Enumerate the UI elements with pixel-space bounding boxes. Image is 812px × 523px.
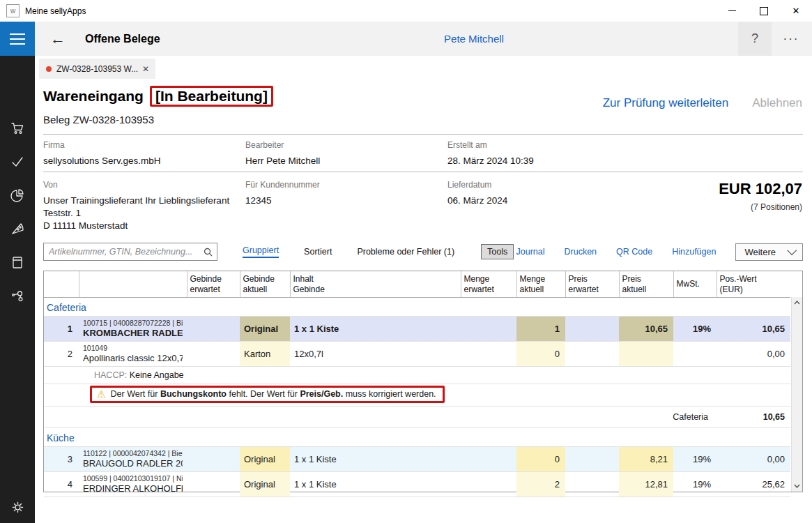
gebinde-aktuell-cell[interactable]: Original <box>240 447 290 472</box>
total-amount: EUR 102,07 <box>719 180 802 198</box>
menge-aktuell-cell[interactable]: 2 <box>516 472 565 497</box>
gebinde-erwartet-cell <box>187 317 240 342</box>
table-row[interactable]: 1100715 | 04008287072228 | Bier...KROMBA… <box>44 317 790 342</box>
forward-review-link[interactable]: Zur Prüfung weiterleiten <box>603 96 728 110</box>
column-header: Menge erwartet <box>461 271 516 298</box>
tools-button[interactable]: Tools <box>481 244 514 259</box>
status-badge: [In Bearbeitung] <box>150 86 273 107</box>
maximize-button[interactable] <box>748 0 780 22</box>
pos-wert-cell: 0,00 <box>717 342 790 367</box>
cart-icon[interactable] <box>0 112 35 145</box>
pos-wert-cell: 10,65 <box>717 317 790 342</box>
window-title: Meine sellyApps <box>25 6 86 16</box>
preis-aktuell-cell[interactable]: 12,81 <box>619 472 673 497</box>
preis-aktuell-cell[interactable]: 8,21 <box>619 447 673 472</box>
qr-code-link[interactable]: QR Code <box>616 247 652 257</box>
add-link[interactable]: Hinzufügen <box>672 247 716 257</box>
scroll-up-icon[interactable] <box>792 297 802 308</box>
journal-link[interactable]: Journal <box>516 247 545 257</box>
haccp-note: HACCP: Keine Angabe <box>79 367 790 384</box>
subtotal-label: Cafeteria <box>44 407 717 428</box>
preis-aktuell-cell[interactable] <box>619 342 673 367</box>
app-header: ← Offene Belege Pete Mitchell ? ··· <box>35 22 812 56</box>
column-header: Menge aktuell <box>516 271 565 298</box>
group-subtotal-row: Cafeteria10,65 <box>44 407 790 428</box>
inhalt-cell: 1 x 1 Kiste <box>290 447 461 472</box>
checkmark-icon[interactable] <box>0 145 35 179</box>
help-button[interactable]: ? <box>738 22 772 56</box>
mwst-cell: 19% <box>673 447 717 472</box>
column-header: MwSt. <box>673 271 717 298</box>
tab-close-icon[interactable]: ✕ <box>142 64 149 74</box>
header-more-button[interactable]: ··· <box>776 22 806 56</box>
column-header: Gebinde erwartet <box>187 271 240 298</box>
page-title: Offene Belege <box>85 33 160 45</box>
search-input[interactable] <box>44 247 204 257</box>
tab-strip: ZW-0328-103953 W... ✕ <box>35 56 812 79</box>
table-row[interactable]: 3110122 | 0000042074342 | Bier...BRAUGOL… <box>44 447 790 472</box>
menge-aktuell-cell[interactable]: 0 <box>516 447 565 472</box>
menge-aktuell-cell[interactable]: 0 <box>516 342 565 367</box>
vertical-scrollbar[interactable] <box>791 297 802 492</box>
menge-erwartet-cell <box>461 447 516 472</box>
gebinde-erwartet-cell <box>187 447 240 472</box>
pos-wert-cell: 0,00 <box>717 447 790 472</box>
network-icon[interactable] <box>0 279 35 312</box>
inhalt-cell: 12x0,7l <box>290 342 461 367</box>
print-link[interactable]: Drucken <box>565 247 597 257</box>
scroll-down-icon[interactable] <box>792 480 802 492</box>
column-header <box>79 271 187 298</box>
pie-chart-icon[interactable] <box>0 179 35 212</box>
field-von: Von Unser Trainingslieferant Ihr Lieblin… <box>43 180 245 232</box>
pizza-icon[interactable] <box>0 212 35 245</box>
gebinde-aktuell-cell[interactable]: Original <box>240 472 290 497</box>
field-row-2: Von Unser Trainingslieferant Ihr Lieblin… <box>43 180 671 232</box>
chevron-down-icon <box>787 245 797 255</box>
document-total: EUR 102,07 (7 Positionen) <box>719 180 802 212</box>
article-cell[interactable]: 101049Apollinaris classic 12x0,7l... <box>79 342 187 367</box>
user-menu[interactable]: Pete Mitchell <box>408 33 540 45</box>
validation-error-row: ⚠Der Wert für Buchungskonto fehlt. Der W… <box>44 384 790 407</box>
article-cell[interactable]: 100599 | 04002103019107 | Nich...ERDINGE… <box>79 472 187 497</box>
menge-aktuell-cell[interactable]: 1 <box>516 317 565 342</box>
position-count: (7 Positionen) <box>719 202 802 212</box>
group-name: Küche <box>44 428 790 447</box>
preis-erwartet-cell <box>565 342 619 367</box>
table-row[interactable]: 4100599 | 04002103019107 | Nich...ERDING… <box>44 472 790 497</box>
field-lieferdatum: Lieferdatum 06. März 2024 <box>447 180 671 232</box>
group-header-row: Küche <box>44 428 790 447</box>
field-bearbeiter: Bearbeiter Herr Pete Mitchell <box>245 140 447 167</box>
filter-sorted[interactable]: Sortiert <box>304 247 332 257</box>
window-titlebar: w Meine sellyApps ✕ <box>0 0 812 22</box>
preis-erwartet-cell <box>565 447 619 472</box>
table-row[interactable]: 2101049Apollinaris classic 12x0,7l...Kar… <box>44 342 790 367</box>
search-icon[interactable] <box>204 248 213 257</box>
filter-grouped[interactable]: Gruppiert <box>243 245 279 258</box>
document-tab[interactable]: ZW-0328-103953 W... ✕ <box>39 59 155 79</box>
more-dropdown-button[interactable]: Weitere <box>735 243 803 261</box>
close-button[interactable]: ✕ <box>780 0 812 22</box>
field-firma: Firma sellysolutions Serv.ges.mbH <box>43 140 245 167</box>
gear-icon[interactable] <box>0 490 35 523</box>
document-title: Wareneingang <box>43 88 144 105</box>
article-cell[interactable]: 100715 | 04008287072228 | Bier...KROMBAC… <box>79 317 187 342</box>
more-dropdown-label: Weitere <box>744 247 776 257</box>
filter-problems[interactable]: Probleme oder Fehler (1) <box>357 247 454 257</box>
gebinde-aktuell-cell[interactable]: Karton <box>240 342 290 367</box>
minimize-button[interactable] <box>716 0 748 22</box>
haccp-note-row: HACCP: Keine Angabe <box>44 367 790 384</box>
menge-erwartet-cell <box>461 472 516 497</box>
article-cell[interactable]: 110122 | 0000042074342 | Bier...BRAUGOLD… <box>79 447 187 472</box>
book-icon[interactable] <box>0 245 35 279</box>
maximize-icon <box>760 7 768 15</box>
hamburger-menu-button[interactable] <box>0 22 35 56</box>
preis-aktuell-cell[interactable]: 10,65 <box>619 317 673 342</box>
back-button[interactable]: ← <box>50 31 66 47</box>
column-header: Pos.-Wert (EUR) <box>717 271 790 298</box>
reject-link[interactable]: Ablehnen <box>752 96 802 110</box>
mwst-cell <box>673 342 717 367</box>
menge-erwartet-cell <box>461 342 516 367</box>
search-box[interactable] <box>43 243 217 261</box>
group-name: Cafeteria <box>44 298 790 317</box>
gebinde-aktuell-cell[interactable]: Original <box>240 317 290 342</box>
